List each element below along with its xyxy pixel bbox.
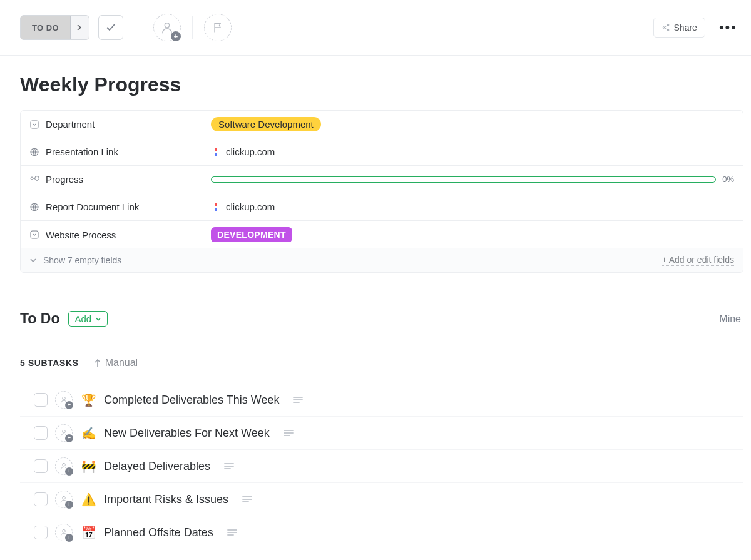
status-dropdown-arrow[interactable] <box>70 16 89 39</box>
assign-user-button[interactable]: + <box>55 391 73 409</box>
field-name: Website Process <box>46 230 116 240</box>
chevron-down-icon <box>29 257 37 264</box>
svg-point-1 <box>663 27 665 29</box>
field-name: Department <box>46 119 95 130</box>
arrow-up-icon <box>94 359 101 367</box>
plus-badge-icon: + <box>65 534 73 542</box>
subtask-emoji: 🚧 <box>81 459 96 474</box>
field-label: Report Document Link <box>21 193 202 220</box>
mine-filter-button[interactable]: Mine <box>719 313 743 325</box>
add-edit-fields-button[interactable]: + Add or edit fields <box>662 255 734 266</box>
description-icon[interactable] <box>293 396 303 404</box>
subtask-checkbox[interactable] <box>34 393 48 407</box>
assign-user-button[interactable]: + <box>55 424 73 442</box>
field-label: Website Process <box>21 221 202 248</box>
subtask-meta: 5 SUBTASKS Manual <box>20 357 743 369</box>
field-row-progress: Progress 0% <box>21 166 743 193</box>
field-pill: Software Development <box>211 117 321 131</box>
field-value[interactable]: DEVELOPMENT <box>202 221 743 248</box>
show-empty-fields-button[interactable]: Show 7 empty fields <box>43 255 121 265</box>
subtask-name[interactable]: Delayed Deliverables <box>104 460 210 473</box>
field-value[interactable]: clickup.com <box>202 193 743 220</box>
share-button[interactable]: Share <box>653 18 705 38</box>
plus-badge-icon: + <box>171 31 181 41</box>
subtask-name[interactable]: New Deliverables For Next Week <box>104 427 270 440</box>
flag-icon <box>212 21 224 34</box>
svg-point-13 <box>63 496 66 499</box>
subtask-checkbox[interactable] <box>34 526 48 539</box>
field-value[interactable]: clickup.com <box>202 138 743 165</box>
sort-label: Manual <box>105 357 138 369</box>
clickup-favicon-icon <box>211 202 221 212</box>
field-pill: DEVELOPMENT <box>211 227 292 242</box>
subtask-name[interactable]: Planned Offsite Dates <box>104 526 213 539</box>
more-options-button[interactable]: ••• <box>715 19 741 36</box>
field-row-report-link: Report Document Link clickup.com <box>21 193 743 221</box>
globe-icon <box>29 202 39 212</box>
task-title[interactable]: Weekly Progress <box>20 73 743 96</box>
todo-heading: To Do <box>20 310 59 327</box>
caret-right-icon <box>77 24 82 31</box>
field-row-presentation-link: Presentation Link clickup.com <box>21 138 743 166</box>
globe-icon <box>29 147 39 157</box>
task-header: TO DO + Share ••• <box>0 0 751 56</box>
subtask-emoji: ⚠️ <box>81 492 96 507</box>
link-text: clickup.com <box>226 146 275 157</box>
svg-point-7 <box>35 176 39 180</box>
assign-user-button[interactable]: + <box>55 457 73 475</box>
share-icon <box>662 23 670 32</box>
subtask-emoji: ✍️ <box>81 426 96 440</box>
status-button[interactable]: TO DO <box>21 17 70 39</box>
subtask-name[interactable]: Completed Deliverables This Week <box>104 394 279 407</box>
assign-user-button[interactable]: + <box>153 14 181 41</box>
subtask-checkbox[interactable] <box>34 492 48 506</box>
check-icon <box>106 23 116 33</box>
plus-badge-icon: + <box>65 434 73 442</box>
field-label: Department <box>21 111 202 138</box>
field-value[interactable]: 0% <box>202 166 743 193</box>
todo-section-header: To Do Add Mine <box>20 310 743 327</box>
subtask-row[interactable]: +⚠️Important Risks & Issues <box>20 483 743 516</box>
assign-user-button[interactable]: + <box>55 524 73 541</box>
share-label: Share <box>674 23 697 33</box>
plus-badge-icon: + <box>65 501 73 509</box>
field-value[interactable]: Software Development <box>202 111 743 138</box>
subtask-row[interactable]: +📅Planned Offsite Dates <box>20 516 743 549</box>
description-icon[interactable] <box>284 429 294 437</box>
complete-button[interactable] <box>98 15 123 40</box>
svg-rect-4 <box>31 121 38 128</box>
custom-fields: Department Software Development Presenta… <box>20 110 743 273</box>
plus-badge-icon: + <box>65 401 73 409</box>
field-label: Progress <box>21 166 202 193</box>
field-row-department: Department Software Development <box>21 111 743 138</box>
subtask-checkbox[interactable] <box>34 459 48 473</box>
field-name: Presentation Link <box>46 146 118 157</box>
sort-button[interactable]: Manual <box>94 357 138 369</box>
svg-point-3 <box>667 29 669 31</box>
description-icon[interactable] <box>242 496 252 503</box>
svg-point-2 <box>667 24 669 26</box>
subtask-emoji: 🏆 <box>81 393 96 407</box>
fields-footer: Show 7 empty fields + Add or edit fields <box>21 248 743 272</box>
subtask-row[interactable]: +🚧Delayed Deliverables <box>20 450 743 483</box>
progress-icon <box>29 175 39 185</box>
subtask-checkbox[interactable] <box>34 426 48 440</box>
progress-percent: 0% <box>722 175 734 184</box>
svg-point-12 <box>63 463 66 466</box>
subtasks-list: +🏆Completed Deliverables This Week+✍️New… <box>20 384 743 549</box>
svg-point-14 <box>63 529 66 532</box>
subtask-row[interactable]: +🏆Completed Deliverables This Week <box>20 384 743 417</box>
svg-point-6 <box>31 177 33 180</box>
clickup-favicon-icon <box>211 147 221 157</box>
add-subtask-button[interactable]: Add <box>68 311 108 327</box>
status-group: TO DO <box>20 15 89 40</box>
subtask-row[interactable]: +✍️New Deliverables For Next Week <box>20 417 743 450</box>
description-icon[interactable] <box>227 529 237 536</box>
set-priority-button[interactable] <box>204 14 232 41</box>
progress-bar[interactable] <box>211 176 716 183</box>
link-text: clickup.com <box>226 201 275 212</box>
description-icon[interactable] <box>224 462 234 470</box>
subtask-emoji: 📅 <box>81 526 96 540</box>
subtask-name[interactable]: Important Risks & Issues <box>104 493 228 506</box>
assign-user-button[interactable]: + <box>55 491 73 508</box>
